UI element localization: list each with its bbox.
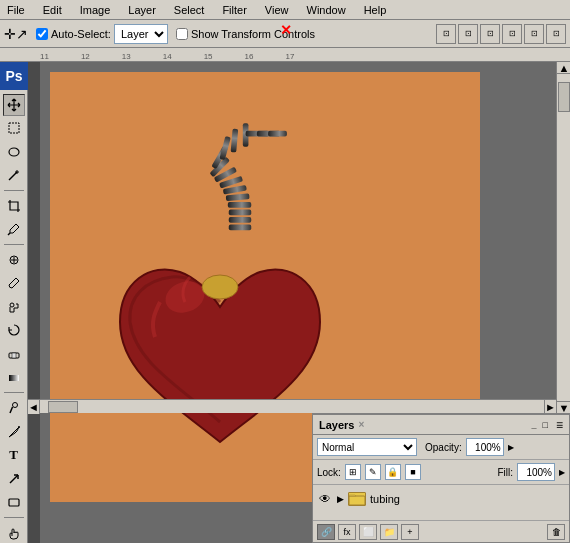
scrollbar-bottom[interactable]: ◄ ► (28, 399, 556, 413)
tool-separator-3 (4, 392, 24, 393)
layer-folder-icon (348, 492, 366, 506)
lock-image-btn[interactable]: 🔒 (385, 464, 401, 480)
menu-filter[interactable]: Filter (219, 3, 249, 17)
opacity-label: Opacity: (425, 442, 462, 453)
tool-separator-4 (4, 517, 24, 518)
magic-wand-tool[interactable] (3, 165, 25, 187)
opacity-input[interactable] (466, 438, 504, 456)
move-tool-icon: ✛↗ (4, 26, 28, 42)
new-group-btn[interactable]: 📁 (380, 524, 398, 540)
dodge-tool[interactable] (3, 397, 25, 419)
layers-panel: Layers × _ □ ≡ Normal Opacity: ▶ Lock: ⊞… (312, 413, 570, 543)
scroll-right-btn[interactable]: ► (544, 400, 556, 414)
svg-rect-12 (9, 499, 19, 506)
ruler-tick-14: 14 (163, 52, 172, 61)
panel-maximize-btn[interactable]: □ (543, 420, 548, 430)
path-selection-tool[interactable] (3, 468, 25, 490)
link-layers-btn[interactable]: 🔗 (317, 524, 335, 540)
stamp-tool[interactable] (3, 296, 25, 318)
align-bottom-btn[interactable]: ⊡ (546, 24, 566, 44)
text-tool[interactable]: T (3, 444, 25, 466)
menu-file[interactable]: File (4, 3, 28, 17)
svg-line-3 (8, 233, 10, 235)
transform-area: Show Transform Controls (176, 28, 315, 40)
align-middle-btn[interactable]: ⊡ (524, 24, 544, 44)
layer-kind-select[interactable]: Layer (114, 24, 168, 44)
svg-point-9 (12, 403, 17, 408)
svg-rect-8 (9, 375, 19, 381)
transform-checkbox[interactable] (176, 28, 188, 40)
panel-minimize-btn[interactable]: _ (532, 420, 537, 430)
align-top-btn[interactable]: ⊡ (502, 24, 522, 44)
lock-row: Lock: ⊞ ✎ 🔒 ■ Fill: ▶ (313, 460, 569, 485)
svg-rect-33 (349, 496, 365, 505)
layer-row-tubing[interactable]: 👁 ▶ tubing (313, 485, 569, 513)
layer-name-tubing: tubing (370, 493, 565, 505)
menu-view[interactable]: View (262, 3, 292, 17)
heal-tool[interactable] (3, 249, 25, 271)
marquee-tool[interactable] (3, 118, 25, 140)
fill-arrow[interactable]: ▶ (559, 468, 565, 477)
lock-all-btn[interactable]: ■ (405, 464, 421, 480)
align-left-btn[interactable]: ⊡ (436, 24, 456, 44)
shape-tool[interactable] (3, 491, 25, 513)
pen-tool[interactable] (3, 421, 25, 443)
scroll-h-thumb[interactable] (48, 401, 78, 413)
ruler-top: 11 12 13 14 15 16 17 (0, 48, 570, 62)
align-center-btn[interactable]: ⊡ (458, 24, 478, 44)
tool-separator-2 (4, 244, 24, 245)
tube-image (190, 112, 290, 262)
menu-help[interactable]: Help (361, 3, 390, 17)
svg-rect-21 (226, 193, 250, 201)
move-tool[interactable] (3, 94, 25, 116)
eraser-tool[interactable] (3, 343, 25, 365)
panel-menu-btn[interactable]: ≡ (556, 418, 563, 432)
svg-rect-17 (229, 225, 252, 231)
add-mask-btn[interactable]: ⬜ (359, 524, 377, 540)
svg-rect-7 (12, 353, 16, 358)
ruler-tick-12: 12 (81, 52, 90, 61)
opacity-arrow[interactable]: ▶ (508, 443, 514, 452)
add-style-btn[interactable]: fx (338, 524, 356, 540)
hand-tool[interactable] (3, 522, 25, 543)
crop-tool[interactable] (3, 195, 25, 217)
menu-layer[interactable]: Layer (125, 3, 159, 17)
layer-expand-arrow[interactable]: ▶ (337, 494, 344, 504)
menu-select[interactable]: Select (171, 3, 208, 17)
fill-label: Fill: (497, 467, 513, 478)
auto-select-checkbox[interactable] (36, 28, 48, 40)
scroll-down-btn[interactable]: ▼ (557, 401, 570, 413)
history-tool[interactable] (3, 320, 25, 342)
svg-rect-0 (9, 123, 19, 133)
gradient-tool[interactable] (3, 367, 25, 389)
delete-layer-btn[interactable]: 🗑 (547, 524, 565, 540)
left-toolbar: T (0, 90, 28, 543)
scroll-left-btn[interactable]: ◄ (28, 400, 40, 414)
layers-panel-title: Layers × _ □ ≡ (313, 415, 569, 435)
ruler-tick-16: 16 (245, 52, 254, 61)
svg-line-2 (9, 172, 17, 180)
align-right-btn[interactable]: ⊡ (480, 24, 500, 44)
svg-point-5 (10, 303, 14, 307)
svg-point-1 (9, 148, 19, 156)
brush-tool[interactable] (3, 273, 25, 295)
svg-rect-20 (228, 202, 251, 208)
eyedropper-tool[interactable] (3, 219, 25, 241)
blend-mode-row: Normal Opacity: ▶ (313, 435, 569, 460)
lock-pixels-btn[interactable]: ✎ (365, 464, 381, 480)
lasso-tool[interactable] (3, 141, 25, 163)
scrollbar-right[interactable]: ▲ ▼ (556, 62, 570, 413)
blend-mode-select[interactable]: Normal (317, 438, 417, 456)
fill-input[interactable] (517, 463, 555, 481)
menu-window[interactable]: Window (304, 3, 349, 17)
svg-rect-27 (219, 136, 230, 160)
layers-title-separator: × (358, 419, 364, 430)
svg-point-16 (202, 275, 238, 299)
layer-visibility-tubing[interactable]: 👁 (317, 491, 333, 507)
menu-image[interactable]: Image (77, 3, 114, 17)
scroll-up-btn[interactable]: ▲ (557, 62, 570, 74)
lock-position-btn[interactable]: ⊞ (345, 464, 361, 480)
scroll-thumb[interactable] (558, 82, 570, 112)
menu-edit[interactable]: Edit (40, 3, 65, 17)
new-layer-btn[interactable]: + (401, 524, 419, 540)
